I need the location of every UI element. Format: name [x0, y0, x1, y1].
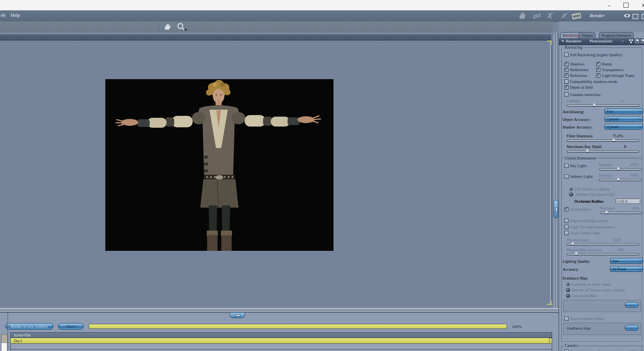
material-nodes-icon[interactable] — [629, 39, 633, 43]
accuracy-select[interactable]: 16 Pixels » — [610, 266, 643, 272]
load-preset-icon[interactable] — [641, 39, 644, 43]
right-panel-collapse-handle[interactable] — [554, 200, 558, 218]
gesture-branch-icon[interactable] — [546, 11, 555, 21]
render-progress-percent: 100% — [512, 324, 522, 329]
render-in-new-window-button[interactable]: Render in new window — [5, 323, 53, 330]
sky-intensity-slider-thumb[interactable] — [616, 167, 620, 170]
photon-map-accuracy-slider[interactable] — [567, 253, 639, 255]
show-photon-map-checkbox[interactable] — [564, 231, 569, 235]
calc-every-frame-radio[interactable] — [566, 282, 570, 286]
compatibility-shadows-option: Compatibility shadows mode — [564, 80, 617, 84]
light-through-trans-checkbox[interactable] — [596, 73, 600, 78]
filter-sharpness-slider-thumb[interactable] — [612, 138, 616, 141]
gamma-slider-thumb[interactable] — [592, 103, 596, 106]
object-accuracy-select[interactable]: 2 pixels » — [605, 116, 643, 122]
save-irradiance-map-checkbox[interactable] — [564, 317, 569, 321]
max-ray-depth-slider-thumb[interactable] — [585, 149, 589, 152]
caustics-enable-checkbox[interactable] — [564, 349, 569, 351]
scene-file-row-selected[interactable]: Doc1 — [10, 338, 552, 344]
maximize-button[interactable] — [621, 2, 631, 9]
transparency-option: Transparency — [596, 68, 624, 72]
zoom-tool-icon[interactable] — [176, 23, 188, 33]
document-header-bar[interactable] — [0, 34, 551, 41]
indirect-intensity-slider-thumb[interactable] — [616, 177, 620, 180]
bump-checkbox[interactable] — [596, 62, 600, 66]
filter-sharpness-slider[interactable] — [567, 140, 639, 142]
gamma-label: Gamma — [567, 99, 579, 103]
browse-saved-map-button[interactable]: ... — [625, 302, 639, 308]
renderer-label: Renderer — [566, 39, 581, 43]
tab-output[interactable]: Output — [579, 32, 595, 38]
tab-progress-statistics[interactable]: Progress/Statistics — [599, 32, 634, 38]
bottom-panel-splitter[interactable] — [0, 308, 559, 313]
scene-file-row-empty[interactable] — [10, 349, 552, 351]
panel-window-icon[interactable] — [633, 14, 638, 21]
scene-file-row-empty[interactable] — [10, 344, 552, 349]
chevron-down-icon: » — [639, 119, 642, 120]
improved-edges-checkbox[interactable] — [564, 219, 569, 223]
photon-count-slider-thumb[interactable] — [571, 242, 575, 245]
gesture-curve-icon[interactable] — [532, 11, 541, 21]
eye-icon[interactable] — [623, 13, 631, 20]
film-render-room-icon[interactable] — [571, 11, 582, 22]
gamma-slider[interactable] — [567, 104, 639, 107]
full-raytracing-checkbox[interactable] — [564, 53, 569, 57]
precision-slider[interactable] — [600, 212, 642, 214]
full-indirect-radio[interactable] — [569, 187, 573, 191]
abort-button[interactable]: Abort — [58, 323, 83, 330]
renderer-engine-select[interactable]: Photorealistic — [590, 39, 613, 43]
renderer-select-chevron-icon[interactable]: » — [621, 41, 625, 42]
indirect-intensity-value: 100% — [629, 173, 639, 177]
reflections-checkbox[interactable] — [564, 68, 569, 72]
bottom-panel-collapse-handle[interactable] — [230, 312, 245, 318]
lighting-quality-label: Lighting Quality: — [562, 259, 590, 263]
caustics-intensity-label: Intensity — [599, 349, 613, 351]
full-raytracing-label: Full Raytracing (higher Quality) — [570, 53, 622, 57]
one-for-all-frames-radio[interactable] — [566, 288, 570, 292]
occlusion-radius-input[interactable]: 0.08 ft — [616, 198, 640, 204]
precision-slider-thumb[interactable] — [605, 210, 608, 213]
max-ray-depth-slider[interactable] — [567, 150, 639, 153]
right-panel-splitter[interactable] — [553, 32, 559, 308]
hand-tool-icon[interactable] — [164, 23, 172, 32]
clipped-palette-block — [1, 334, 8, 343]
render-room-label[interactable]: Render — [590, 13, 605, 19]
ambient-occlusion-radio[interactable] — [569, 192, 573, 197]
gamma-correction-checkbox[interactable] — [564, 93, 569, 97]
minimize-button[interactable]: – — [604, 2, 614, 9]
indirect-intensity-slider[interactable] — [599, 179, 642, 181]
sky-light-checkbox[interactable] — [564, 164, 569, 168]
save-preset-icon[interactable] — [635, 39, 639, 43]
shadow-accuracy-select[interactable]: 4 pixels » — [605, 124, 643, 130]
feather-icon[interactable] — [560, 11, 568, 21]
photon-count-slider[interactable] — [567, 243, 639, 245]
compatibility-shadows-checkbox[interactable] — [564, 80, 569, 84]
shadows-option: Shadows — [564, 62, 585, 66]
photon-count-label: Photon Count — [567, 238, 589, 242]
refraction-checkbox[interactable] — [564, 73, 569, 78]
light-through-transparency-checkbox[interactable] — [564, 225, 569, 229]
occlusion-radius-label: Occlusion Radius: — [574, 199, 604, 203]
pose-hand-icon[interactable] — [518, 11, 528, 21]
photon-map-accuracy-slider-thumb[interactable] — [574, 252, 578, 255]
save-irradiance-map-option: Save irradiance Map: — [564, 317, 605, 321]
close-button[interactable]: ✕ — [639, 2, 644, 9]
clipped-window-icon[interactable] — [642, 14, 644, 21]
antialiasing-select[interactable]: Fast » — [605, 109, 643, 114]
table-scroll-thumb[interactable] — [549, 338, 552, 344]
transparency-checkbox[interactable] — [596, 68, 600, 72]
menu-item-help[interactable]: Help — [11, 13, 20, 18]
use-saved-map-radio[interactable] — [566, 294, 570, 298]
clipped-palette-block-white — [1, 343, 7, 351]
depth-of-field-checkbox[interactable] — [564, 85, 569, 89]
menu-item-partial[interactable]: eb — [1, 13, 5, 18]
indirect-light-option: Indirect Light: — [564, 174, 593, 179]
sky-light-option: Sky Light: — [564, 164, 587, 168]
indirect-light-checkbox[interactable] — [564, 174, 569, 179]
sky-intensity-slider[interactable] — [599, 168, 642, 171]
lighting-quality-select[interactable]: Fast » — [610, 258, 643, 264]
collapse-triangle-icon[interactable]: ▼ — [561, 39, 564, 43]
interpolation-checkbox[interactable] — [564, 207, 569, 211]
browse-irradiance-file-button[interactable]: ... — [625, 325, 639, 331]
shadows-checkbox[interactable] — [564, 62, 569, 66]
